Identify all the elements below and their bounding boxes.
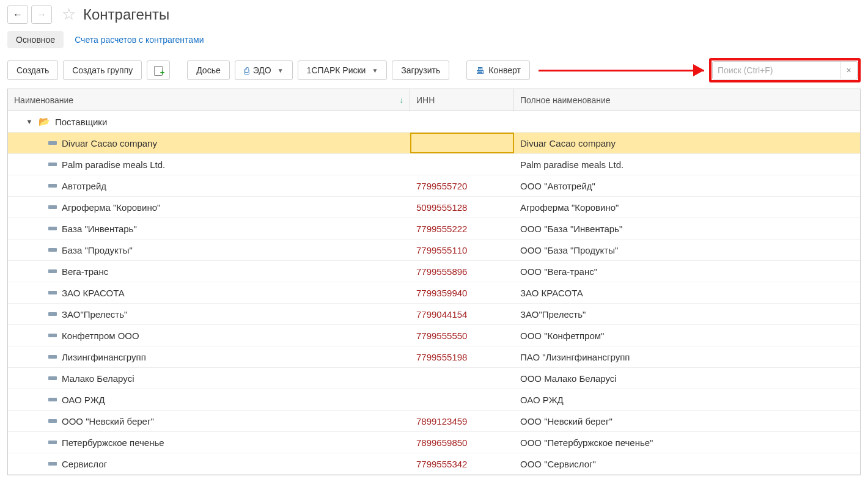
column-header-inn[interactable]: ИНН — [410, 89, 514, 111]
row-name: Конфетпром ООО — [62, 331, 139, 341]
convert-button[interactable]: 🖶 Конверт — [466, 60, 530, 80]
item-icon — [48, 205, 57, 209]
item-icon — [48, 269, 57, 273]
row-inn: 7799555222 — [416, 224, 467, 234]
create-from-template-button[interactable] — [147, 60, 170, 80]
item-icon — [48, 419, 57, 423]
row-fullname: ООО "Петербуржское печенье" — [520, 437, 653, 448]
column-header-fullname[interactable]: Полное наименование — [514, 89, 860, 111]
row-inn: 7799555198 — [416, 352, 467, 362]
table-row[interactable]: База "Инвентарь"7799555222ООО "База "Инв… — [8, 218, 860, 240]
table-row[interactable]: ООО "Невский берег"7899123459ООО "Невски… — [8, 411, 860, 432]
chevron-down-icon: ▼ — [278, 67, 284, 74]
row-name: ЗАО"Прелесть" — [62, 309, 127, 320]
edo-icon: ⎙ — [244, 65, 249, 76]
row-fullname: ЗАО КРАСОТА — [520, 288, 583, 298]
row-inn: 7799555720 — [416, 181, 467, 191]
table-row[interactable]: ЗАО КРАСОТА7799359940ЗАО КРАСОТА — [8, 282, 860, 304]
table-row[interactable]: ЗАО"Прелесть"7799044154ЗАО"Прелесть" — [8, 304, 860, 325]
expand-toggle-icon[interactable]: ▼ — [25, 118, 34, 125]
document-plus-icon — [153, 65, 163, 75]
item-icon — [48, 163, 57, 166]
row-inn: 7799555550 — [416, 331, 467, 341]
search-input[interactable] — [713, 62, 840, 79]
row-inn: 7799555896 — [416, 266, 467, 277]
row-fullname: ООО "База "Продукты" — [520, 245, 618, 255]
row-name: ЗАО КРАСОТА — [62, 288, 125, 298]
item-icon — [48, 398, 57, 401]
row-inn: 7799555342 — [416, 459, 467, 469]
load-button[interactable]: Загрузить — [392, 60, 449, 80]
item-icon — [48, 376, 57, 380]
edo-label: ЭДО — [253, 65, 271, 75]
table-row[interactable]: Вега-транс7799555896ООО "Вега-транс" — [8, 261, 860, 282]
row-fullname: Divuar Cacao company — [520, 138, 616, 148]
row-inn: 7899659850 — [416, 437, 467, 448]
tab-accounts-link[interactable]: Счета расчетов с контрагентами — [75, 31, 204, 48]
table-row[interactable]: Малако БеларусіООО Малако Беларусі — [8, 368, 860, 389]
row-name: Сервислог — [62, 459, 107, 469]
row-fullname: ООО "Сервислог" — [520, 459, 596, 469]
table-row[interactable]: База "Продукты"7799555110ООО "База "Прод… — [8, 240, 860, 261]
table-row[interactable]: Лизингфинансгрупп7799555198ПАО "Лизингфи… — [8, 346, 860, 368]
favorite-star-icon[interactable]: ☆ — [62, 5, 76, 24]
clear-search-button[interactable]: × — [840, 62, 857, 79]
row-fullname: Агроферма "Коровино" — [520, 202, 619, 213]
row-name: Лизингфинансгрупп — [62, 352, 146, 362]
group-row[interactable]: ▼ 📂 Поставщики — [8, 111, 860, 133]
annotation-arrow — [535, 60, 702, 80]
nav-forward-button[interactable]: → — [31, 5, 52, 24]
table-row[interactable]: Конфетпром ООО7799555550ООО "Конфетпром" — [8, 325, 860, 346]
dossier-button[interactable]: Досье — [187, 60, 230, 80]
row-name: База "Инвентарь" — [62, 224, 137, 234]
table-row[interactable]: Петербуржское печенье7899659850ООО "Пете… — [8, 432, 860, 453]
item-icon — [48, 248, 57, 252]
sort-asc-icon: ↓ — [400, 95, 404, 104]
row-name: ОАО РЖД — [62, 395, 105, 405]
item-icon — [48, 462, 57, 466]
chevron-down-icon: ▼ — [372, 67, 378, 74]
row-inn: 7799044154 — [416, 309, 467, 320]
group-label: Поставщики — [55, 117, 107, 127]
table-row[interactable]: Сервислог7799555342ООО "Сервислог" — [8, 453, 860, 475]
table-row[interactable]: Palm paradise meals Ltd.Palm paradise me… — [8, 154, 860, 175]
row-fullname: ООО "Вега-транс" — [520, 266, 597, 277]
row-fullname: ПАО "Лизингфинансгрупп — [520, 352, 630, 362]
item-icon — [48, 227, 57, 230]
row-fullname: ООО "Автотрейд" — [520, 181, 595, 191]
row-name: Palm paradise meals Ltd. — [62, 159, 165, 170]
page-title: Контрагенты — [83, 6, 169, 23]
item-icon — [48, 441, 57, 444]
row-fullname: ОАО РЖД — [520, 395, 564, 405]
create-group-button[interactable]: Создать группу — [63, 60, 142, 80]
row-fullname: ООО "Невский берег" — [520, 416, 612, 426]
create-button[interactable]: Создать — [7, 60, 58, 80]
column-name-label: Наименование — [14, 95, 73, 105]
table-row[interactable]: Автотрейд7799555720ООО "Автотрейд" — [8, 175, 860, 197]
spark-risks-button[interactable]: 1СПАРК Риски ▼ — [298, 60, 388, 80]
row-fullname: ООО "База "Инвентарь" — [520, 224, 622, 234]
item-icon — [48, 291, 57, 294]
row-name: Вега-транс — [62, 266, 108, 277]
row-name: Малако Беларусі — [62, 373, 134, 384]
tab-main[interactable]: Основное — [7, 31, 64, 48]
row-fullname: Palm paradise meals Ltd. — [520, 159, 623, 170]
table-row[interactable]: Divuar Cacao companyDivuar Cacao company — [8, 133, 860, 154]
nav-back-button[interactable]: ← — [7, 5, 28, 24]
printer-icon: 🖶 — [476, 65, 485, 76]
item-icon — [48, 141, 57, 145]
row-name: ООО "Невский берег" — [62, 416, 154, 426]
table-row[interactable]: ОАО РЖДОАО РЖД — [8, 389, 860, 411]
item-icon — [48, 184, 57, 188]
row-fullname: ЗАО"Прелесть" — [520, 309, 586, 320]
row-name: Петербуржское печенье — [62, 437, 164, 448]
table-row[interactable]: Агроферма "Коровино"5099555128Агроферма … — [8, 197, 860, 218]
row-inn: 7799359940 — [416, 288, 467, 298]
item-icon — [48, 355, 57, 359]
row-inn: 7799555110 — [416, 245, 467, 255]
row-name: Divuar Cacao company — [62, 138, 157, 148]
edo-button[interactable]: ⎙ ЭДО ▼ — [235, 60, 293, 80]
column-header-name[interactable]: Наименование ↓ — [8, 89, 410, 111]
convert-label: Конверт — [488, 65, 521, 75]
row-name: Автотрейд — [62, 181, 106, 191]
